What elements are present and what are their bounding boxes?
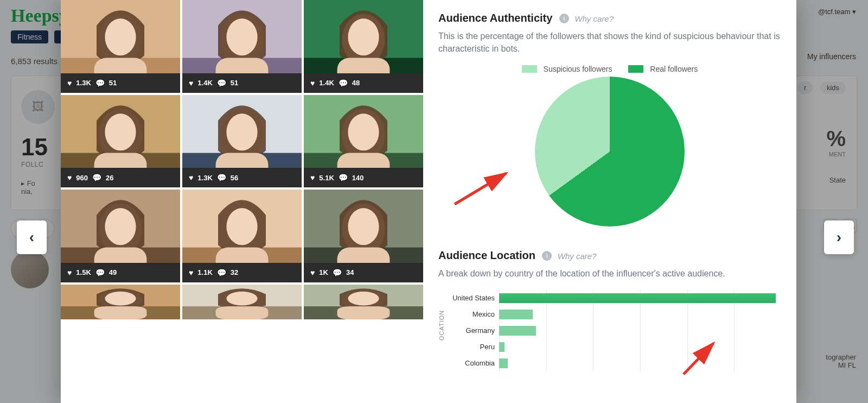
heart-icon: ♥ [67,173,72,182]
likes-count: 1.5K [76,268,91,276]
legend-label-suspicious: Suspicious followers [544,65,612,73]
gallery-tile[interactable]: ♥ 1.1K 💬 32 [182,190,302,282]
heart-icon: ♥ [67,79,72,87]
location-bar-chart: OCATION United StatesMexicoGermanyPeruCo… [438,290,781,371]
why-care-link[interactable]: Why care? [575,14,614,23]
svg-point-28 [348,114,379,150]
bar-fill [499,358,508,368]
tile-stats-bar: ♥ 1.4K 💬 51 [182,73,302,93]
svg-point-13 [348,18,379,55]
svg-rect-59 [337,306,390,319]
comments-count: 26 [106,174,113,182]
heart-icon: ♥ [189,268,193,277]
stats-pane: Audience Authenticity i Why care? This i… [423,0,796,403]
gallery-tile[interactable]: ♥ 1.3K 💬 51 [61,0,180,93]
gallery-tile[interactable]: ♥ 1.4K 💬 48 [304,0,423,93]
pie-legend: Suspicious followers Real followers [438,65,781,73]
tile-stats-bar: ♥ 1.3K 💬 51 [61,73,180,93]
bar-area [499,290,781,371]
bar-label: Germany [448,323,499,339]
heart-icon: ♥ [67,268,72,277]
svg-point-53 [226,291,257,305]
likes-count: 1K [319,268,328,276]
bar-row [499,306,781,323]
annotation-arrow [455,169,514,209]
gallery-tile[interactable]: ♥ 960 💬 26 [61,95,180,188]
comment-icon: 💬 [217,268,226,277]
likes-count: 5.1K [319,174,334,182]
bar-fill [499,293,776,303]
tile-stats-bar: ♥ 1.5K 💬 49 [61,263,180,282]
legend-swatch-suspicious [522,65,537,73]
tile-stats-bar: ♥ 1.3K 💬 56 [182,168,302,187]
svg-rect-49 [94,306,147,319]
comments-count: 51 [109,79,117,87]
gallery-tile[interactable]: ♥ 1K 💬 34 [304,190,423,282]
gallery-tile[interactable]: ♥ 1.5K 💬 49 [61,190,180,282]
bar-fill [499,342,505,352]
bar-fill [499,326,536,336]
gallery-tile[interactable] [61,285,180,319]
svg-point-33 [105,208,136,245]
bar-row [499,290,781,306]
bar-fill [499,310,533,319]
influencer-modal: ♥ 1.3K 💬 51 ♥ 1.4K 💬 51 ♥ 1.4K 💬 48 [61,0,796,403]
authenticity-description: This is the percentage of the followers … [438,30,781,55]
gallery-grid: ♥ 1.3K 💬 51 ♥ 1.4K 💬 51 ♥ 1.4K 💬 48 [61,0,423,319]
gallery-tile[interactable] [182,285,302,319]
comments-count: 56 [231,174,238,182]
heart-icon: ♥ [310,79,315,87]
comments-count: 51 [231,79,238,87]
comments-count: 34 [346,268,354,276]
gallery-pane: ♥ 1.3K 💬 51 ♥ 1.4K 💬 51 ♥ 1.4K 💬 48 [61,0,423,403]
svg-point-8 [226,18,257,55]
heart-icon: ♥ [189,79,193,87]
comment-icon: 💬 [333,268,342,277]
svg-point-38 [226,208,257,245]
bar-label: Mexico [448,306,499,323]
heart-icon: ♥ [310,173,315,182]
gallery-tile[interactable]: ♥ 5.1K 💬 140 [304,95,423,188]
gallery-tile[interactable]: ♥ 1.4K 💬 51 [182,0,302,93]
comment-icon: 💬 [217,173,226,182]
likes-count: 1.4K [197,79,212,87]
gallery-tile[interactable]: ♥ 1.3K 💬 56 [182,95,302,188]
legend-real: Real followers [628,65,698,73]
authenticity-pie-chart [535,77,685,226]
gallery-tile[interactable] [304,285,423,319]
comment-icon: 💬 [339,79,348,87]
tile-stats-bar: ♥ 960 💬 26 [61,168,180,187]
info-icon[interactable]: i [559,14,569,23]
likes-count: 960 [76,174,88,182]
legend-swatch-real [628,65,643,73]
heart-icon: ♥ [189,173,193,182]
svg-point-3 [105,18,136,55]
comment-icon: 💬 [92,173,101,182]
bar-category-labels: United StatesMexicoGermanyPeruColombia [448,290,499,371]
comment-icon: 💬 [339,173,348,182]
bar-row [499,355,781,371]
bar-row [499,339,781,355]
pie-chart-wrap [438,77,781,226]
likes-count: 1.1K [197,268,212,276]
audience-location-section: Audience Location i Why care? A break do… [438,249,781,371]
modal-next-button[interactable]: › [824,221,854,254]
comments-count: 140 [352,174,364,182]
likes-count: 1.3K [76,79,91,87]
tile-stats-bar: ♥ 1.4K 💬 48 [304,73,423,93]
likes-count: 1.3K [197,174,212,182]
y-axis-label: OCATION [438,290,448,371]
legend-suspicious: Suspicious followers [522,65,612,73]
bar-label: Colombia [448,355,499,371]
bar-label: Peru [448,339,499,355]
svg-point-43 [348,208,379,245]
info-icon[interactable]: i [542,251,552,261]
tile-stats-bar: ♥ 1K 💬 34 [304,263,423,282]
section-title-authenticity: Audience Authenticity [438,12,552,24]
bar-row [499,323,781,339]
comments-count: 32 [231,268,238,276]
modal-prev-button[interactable]: ‹ [17,221,47,254]
svg-point-18 [105,114,136,150]
legend-label-real: Real followers [650,65,698,73]
why-care-link[interactable]: Why care? [558,251,597,261]
